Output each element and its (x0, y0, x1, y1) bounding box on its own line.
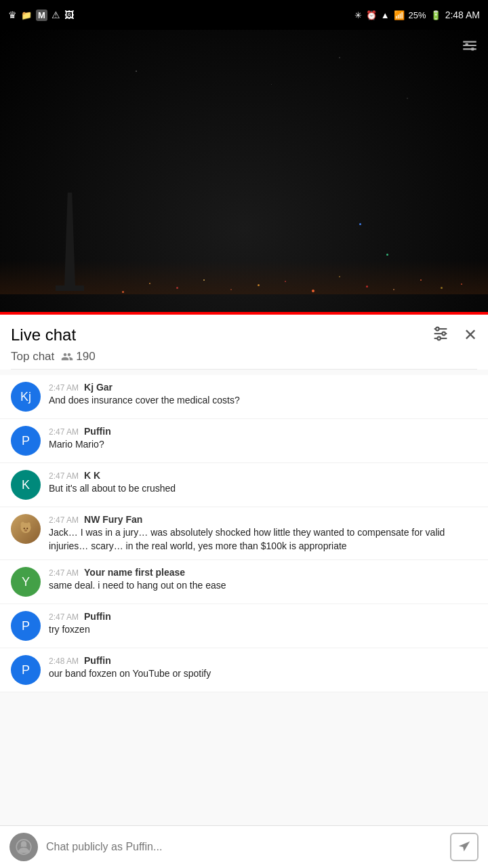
message-meta: 2:47 AM Puffin (49, 426, 477, 437)
svg-point-5 (436, 328, 439, 331)
message-content: 2:48 AM Puffin our band foxzen on YouTub… (49, 655, 477, 681)
monument-silhouette (64, 193, 75, 288)
input-user-avatar (9, 833, 38, 861)
message-author: Puffin (84, 655, 111, 666)
chat-message: P 2:47 AM Puffin try foxzen (0, 604, 488, 648)
status-bar: ♛ 📁 M ⚠ 🖼 ✳ ⏰ ▲ 📶 25% 🔋 2:48 AM (0, 0, 488, 30)
bluetooth-icon: ✳ (354, 10, 362, 20)
avatar (11, 514, 41, 544)
message-content: 2:47 AM NW Fury Fan Jack… I was in a jur… (49, 514, 477, 553)
svg-point-7 (437, 337, 441, 340)
message-author: Kj Gar (84, 382, 113, 393)
chat-panel: Live chat ✕ Top chat 190 Kj (0, 315, 488, 868)
folder-icon: 📁 (21, 10, 32, 20)
svg-point-6 (442, 332, 445, 336)
top-chat-label: Top chat (11, 350, 54, 363)
message-content: 2:47 AM Puffin Mario Mario? (49, 426, 477, 452)
svg-point-11 (24, 528, 25, 529)
chat-messages[interactable]: Kj 2:47 AM Kj Gar And does insurance cov… (0, 370, 488, 825)
status-right-icons: ✳ ⏰ ▲ 📶 25% 🔋 2:48 AM (354, 9, 480, 20)
message-time: 2:47 AM (49, 515, 79, 525)
svg-point-13 (24, 530, 28, 532)
message-text: our band foxzen on YouTube or spotify (49, 667, 477, 681)
svg-point-12 (26, 528, 28, 529)
avatar: P (11, 426, 41, 456)
chat-message: Y 2:47 AM Your name first please same de… (0, 560, 488, 604)
close-icon[interactable]: ✕ (464, 326, 477, 344)
svg-rect-0 (471, 47, 474, 50)
video-player[interactable] (0, 30, 488, 315)
message-author: NW Fury Fan (84, 514, 142, 525)
filter-icon[interactable] (431, 324, 450, 346)
time-display: 2:48 AM (445, 9, 480, 20)
alarm-icon: ⏰ (366, 10, 377, 20)
message-time: 2:47 AM (49, 568, 79, 578)
message-time: 2:48 AM (49, 656, 79, 666)
message-meta: 2:47 AM Kj Gar (49, 382, 477, 393)
avatar: Kj (11, 382, 41, 412)
m-icon: M (36, 9, 47, 21)
message-author: Your name first please (84, 567, 185, 578)
avatar: K (11, 470, 41, 500)
message-author: Puffin (84, 426, 111, 437)
svg-point-17 (25, 846, 26, 847)
chat-message: 2:47 AM NW Fury Fan Jack… I was in a jur… (0, 507, 488, 560)
chat-input-bar (0, 825, 488, 868)
message-text: But it's all about to be crushed (49, 482, 477, 496)
viewer-count-value: 190 (76, 350, 95, 363)
message-time: 2:47 AM (49, 471, 79, 481)
message-text: And does insurance cover the medical cos… (49, 394, 477, 408)
send-button[interactable] (450, 833, 479, 861)
chat-sub-header: Top chat 190 (11, 350, 477, 370)
message-text: same deal. i need to hang out on the eas… (49, 579, 477, 593)
message-meta: 2:47 AM Puffin (49, 611, 477, 622)
status-left-icons: ♛ 📁 M ⚠ 🖼 (8, 9, 74, 21)
monument-base (56, 285, 84, 291)
message-meta: 2:47 AM K K (49, 470, 477, 481)
message-meta: 2:47 AM NW Fury Fan (49, 514, 477, 525)
message-text: try foxzen (49, 623, 477, 637)
message-author: Puffin (84, 611, 111, 622)
message-content: 2:47 AM Puffin try foxzen (49, 611, 477, 637)
chat-input-field[interactable] (46, 841, 442, 853)
viewer-count: 190 (61, 350, 95, 363)
image-icon: 🖼 (64, 9, 74, 20)
svg-rect-1 (466, 43, 468, 46)
message-time: 2:47 AM (49, 383, 79, 393)
message-text: Jack… I was in a jury… was absolutely sh… (49, 526, 477, 553)
message-time: 2:47 AM (49, 612, 79, 622)
message-text: Mario Mario? (49, 438, 477, 452)
message-meta: 2:48 AM Puffin (49, 655, 477, 666)
video-background (0, 30, 488, 315)
chat-header-top: Live chat ✕ (11, 324, 477, 346)
message-content: 2:47 AM Kj Gar And does insurance cover … (49, 382, 477, 408)
chat-message: K 2:47 AM K K But it's all about to be c… (0, 463, 488, 507)
chat-message: Kj 2:47 AM Kj Gar And does insurance cov… (0, 375, 488, 419)
crown-icon: ♛ (8, 9, 17, 20)
avatar: Y (11, 567, 41, 597)
warning-icon: ⚠ (52, 9, 60, 20)
message-content: 2:47 AM K K But it's all about to be cru… (49, 470, 477, 496)
chat-message: P 2:48 AM Puffin our band foxzen on YouT… (0, 648, 488, 692)
avatar: P (11, 655, 41, 685)
avatar: P (11, 611, 41, 641)
message-author: K K (84, 470, 100, 481)
battery-percent: 25% (409, 10, 426, 20)
svg-point-16 (21, 846, 22, 847)
message-meta: 2:47 AM Your name first please (49, 567, 477, 578)
video-settings-icon[interactable] (461, 37, 479, 58)
wifi-icon: ▲ (381, 10, 390, 20)
chat-message: P 2:47 AM Puffin Mario Mario? (0, 419, 488, 463)
message-time: 2:47 AM (49, 427, 79, 437)
signal-icon: 📶 (394, 10, 405, 20)
svg-point-9 (21, 522, 25, 528)
battery-icon: 🔋 (430, 10, 441, 20)
message-content: 2:47 AM Your name first please same deal… (49, 567, 477, 593)
chat-header: Live chat ✕ Top chat 190 (0, 315, 488, 370)
svg-point-10 (27, 522, 30, 528)
chat-title: Live chat (11, 326, 76, 344)
chat-header-icons: ✕ (431, 324, 477, 346)
